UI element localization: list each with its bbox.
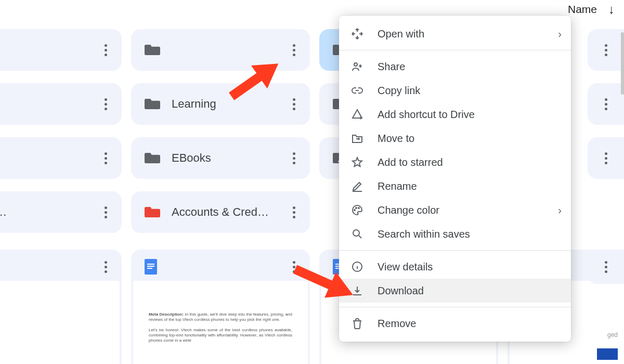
folder-item-peek[interactable]	[588, 137, 624, 179]
file-card-peek[interactable]	[588, 250, 624, 284]
more-actions-button[interactable]	[287, 261, 301, 273]
file-preview: Meta Description: In this guide, we'll d…	[133, 281, 308, 364]
more-actions-button[interactable]	[287, 44, 301, 56]
more-actions-button[interactable]	[99, 44, 112, 56]
more-actions-button[interactable]	[99, 206, 112, 218]
menu-label: Search within saves	[378, 228, 562, 240]
more-actions-button[interactable]	[599, 98, 613, 110]
menu-share[interactable]: Share	[339, 55, 571, 79]
svg-point-18	[353, 230, 359, 236]
folder-label: Learning	[172, 97, 216, 111]
sort-header[interactable]: Name ↓	[568, 2, 615, 17]
ged-label: ged	[607, 331, 618, 339]
open-with-icon	[350, 27, 364, 41]
folder-item[interactable]	[0, 83, 122, 125]
folder-label: ec…	[0, 205, 7, 219]
menu-change-color[interactable]: Change color ›	[339, 198, 571, 222]
folder-item[interactable]: Accounts & Cred…	[131, 191, 310, 233]
svg-point-17	[358, 207, 359, 209]
folder-icon	[145, 151, 160, 165]
move-icon	[350, 132, 364, 145]
scrollbar[interactable]	[621, 32, 624, 95]
menu-separator	[339, 307, 571, 307]
menu-label: Change color	[378, 204, 544, 216]
context-menu: Open with › Share Copy link Add shortcut…	[339, 16, 571, 342]
rename-icon	[350, 179, 364, 193]
document-icon	[145, 259, 157, 275]
folder-item[interactable]: g…	[0, 29, 122, 71]
menu-label: Add to starred	[378, 157, 562, 168]
more-actions-button[interactable]	[599, 152, 613, 164]
share-icon	[350, 60, 364, 73]
file-peek-column	[588, 250, 624, 284]
shortcut-icon	[350, 108, 364, 121]
svg-point-15	[354, 210, 355, 211]
sort-direction-down-icon: ↓	[608, 2, 615, 17]
file-card[interactable]: Meta Description: In this guide, we'll d…	[131, 250, 310, 364]
svg-point-14	[354, 63, 357, 66]
svg-rect-7	[147, 266, 154, 267]
menu-label: Rename	[378, 180, 562, 192]
menu-label: Move to	[378, 133, 562, 145]
menu-separator	[339, 50, 571, 50]
peek-column	[588, 29, 624, 179]
folder-label: Accounts & Cred…	[172, 205, 269, 219]
file-card[interactable]: 251 Net0.02522.50.025250.02522.50.02537.…	[0, 250, 122, 364]
folder-item[interactable]: Learning	[131, 83, 310, 125]
download-icon	[350, 284, 364, 297]
star-icon	[350, 155, 364, 169]
folder-item[interactable]: ec…	[0, 191, 122, 233]
file-preview: Net0.02522.50.025250.02522.50.02537.5127…	[0, 281, 120, 364]
more-actions-button[interactable]	[99, 152, 112, 164]
menu-separator	[339, 250, 571, 251]
menu-label: Download	[378, 285, 562, 297]
svg-rect-6	[147, 264, 154, 265]
menu-add-starred[interactable]: Add to starred	[339, 150, 571, 174]
folder-item[interactable]	[0, 137, 122, 179]
menu-view-details[interactable]: View details	[339, 255, 571, 279]
more-actions-button[interactable]	[287, 206, 301, 218]
folder-icon	[145, 43, 160, 57]
chevron-right-icon: ›	[558, 204, 562, 216]
more-actions-button[interactable]	[599, 44, 613, 56]
folder-icon-red	[145, 205, 160, 219]
folder-icon	[145, 97, 160, 111]
sort-label: Name	[568, 3, 597, 16]
search-icon	[350, 227, 364, 241]
menu-add-shortcut[interactable]: Add shortcut to Drive	[339, 102, 571, 126]
folder-item-peek[interactable]	[588, 29, 624, 71]
menu-label: Add shortcut to Drive	[378, 109, 562, 121]
svg-rect-8	[147, 268, 152, 269]
menu-remove[interactable]: Remove	[339, 311, 571, 335]
more-actions-button[interactable]	[99, 98, 112, 110]
chevron-right-icon: ›	[558, 28, 562, 40]
menu-label: View details	[378, 261, 562, 273]
folder-item[interactable]	[131, 29, 310, 71]
blue-block	[597, 348, 618, 360]
menu-rename[interactable]: Rename	[339, 174, 571, 198]
menu-copy-link[interactable]: Copy link	[339, 79, 571, 102]
folder-label: g…	[0, 43, 1, 57]
more-actions-button[interactable]	[599, 261, 613, 273]
info-icon	[350, 260, 364, 274]
folder-label: EBooks	[172, 151, 211, 165]
menu-open-with[interactable]: Open with ›	[339, 22, 571, 46]
more-actions-button[interactable]	[287, 152, 301, 164]
menu-download[interactable]: Download	[339, 279, 571, 303]
menu-label: Open with	[378, 28, 544, 40]
menu-label: Remove	[378, 318, 562, 330]
more-actions-button[interactable]	[287, 98, 301, 110]
folder-item-peek[interactable]	[588, 83, 624, 125]
menu-label: Share	[378, 61, 562, 73]
menu-search-within[interactable]: Search within saves	[339, 222, 571, 246]
palette-icon	[350, 203, 364, 217]
menu-label: Copy link	[378, 85, 562, 97]
more-actions-button[interactable]	[99, 261, 112, 273]
trash-icon	[350, 317, 364, 330]
folder-item[interactable]: EBooks	[131, 137, 310, 179]
menu-move-to[interactable]: Move to	[339, 126, 571, 150]
link-icon	[350, 84, 364, 97]
svg-point-16	[356, 207, 357, 209]
